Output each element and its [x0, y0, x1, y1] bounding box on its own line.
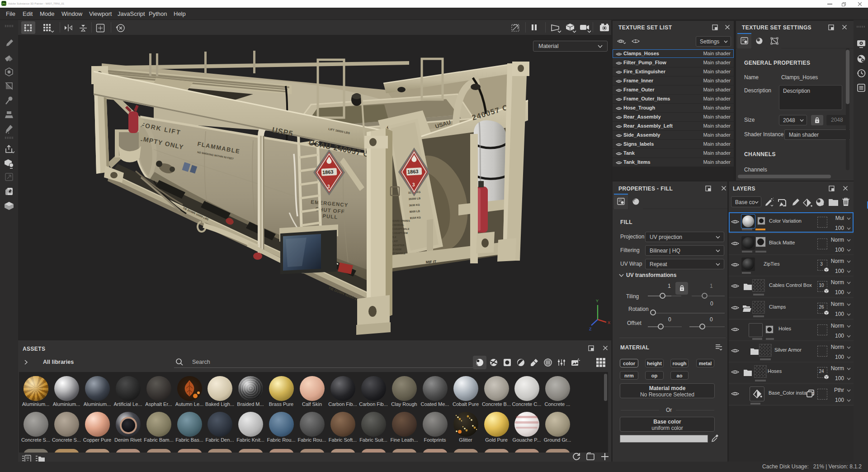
svg-text:X: X	[608, 320, 610, 325]
svg-text:3: 3	[327, 184, 330, 189]
svg-text:MIF IT: MIF IT	[426, 260, 437, 264]
svg-text:1863: 1863	[322, 169, 334, 175]
svg-text:1: 1	[634, 39, 637, 43]
svg-text:Z: Z	[589, 327, 592, 331]
svg-text:3: 3	[412, 182, 415, 187]
svg-text:Y: Y	[596, 299, 599, 303]
svg-text:1863: 1863	[407, 169, 419, 175]
